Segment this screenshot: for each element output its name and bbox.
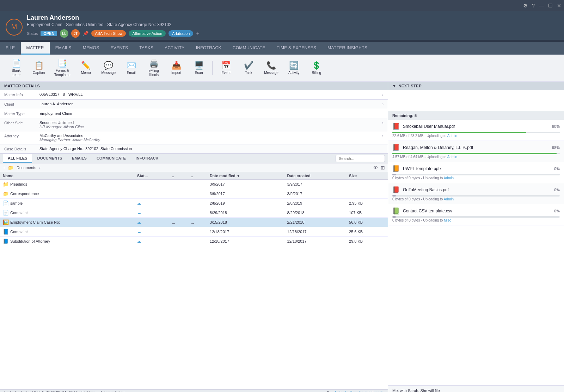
- table-row[interactable]: 🖼️ Employment Claim Case No: ☁ ... ... 3…: [0, 218, 388, 227]
- uploads-link[interactable]: Uploads, Downloads & Exports: [335, 391, 384, 392]
- nav-tab-infotrack[interactable]: INFOTRACK: [190, 42, 227, 55]
- table-row[interactable]: 📘 Complaint ☁ 12/18/2017 12/18/2017 25.6…: [0, 227, 388, 237]
- col-name[interactable]: Name: [0, 172, 134, 180]
- matter-info-arrow[interactable]: ›: [382, 92, 384, 97]
- col-stat[interactable]: Stat...: [134, 172, 169, 180]
- next-step-collapse-icon[interactable]: ▼: [392, 84, 396, 88]
- file-tab-emails[interactable]: EMAILS: [67, 154, 92, 163]
- table-row[interactable]: 📄 Complaint ☁ 8/29/2018 8/29/2018 107 KB: [0, 208, 388, 218]
- nav-tab-emails[interactable]: EMAILS: [50, 42, 77, 55]
- date-created-cell: 2/21/2018: [284, 218, 346, 227]
- attorney-sub: Managing Partner Adam McCarthy: [39, 138, 100, 142]
- matter-attorney-label: Attorney: [4, 133, 39, 138]
- table-row[interactable]: 📘 Substitution of Attorney ☁ 12/18/2017 …: [0, 237, 388, 246]
- c1-cell: [169, 227, 188, 237]
- nav-tab-tasks[interactable]: TASKS: [134, 42, 159, 55]
- date-created-cell: 12/18/2017: [284, 237, 346, 246]
- matter-info-value: 005VL0317 - 8 - WRV/LL: [39, 92, 382, 97]
- c1-cell: [169, 208, 188, 218]
- upload-dest-link[interactable]: Admin: [447, 134, 457, 138]
- upload-meta: 22.6 MB of 28.2 MB - Uploading to Admin: [392, 134, 560, 138]
- table-row[interactable]: 📁 Pleadings 3/9/2017 3/9/2017: [0, 180, 388, 189]
- file-tab-communicate[interactable]: COMMUNICATE: [92, 154, 131, 163]
- path-up-arrow[interactable]: ↑: [3, 165, 5, 170]
- add-tag-button[interactable]: +: [196, 30, 199, 37]
- scan-icon: 🖥️: [194, 61, 204, 70]
- date-created-cell: 12/18/2017: [284, 227, 346, 237]
- file-tab-all-files[interactable]: ALL FILES: [3, 154, 32, 163]
- file-path-bar: ↑ 📁 Documents › 👁 ⊞: [0, 163, 388, 172]
- stat-cell: ☁: [134, 199, 169, 208]
- main-area: MATTER DETAILS Matter Info 005VL0317 - 8…: [0, 82, 564, 392]
- upload-file-name: Smokeball User Manual.pdf: [403, 124, 545, 129]
- upload-item-header: 📕 GoToMeeting Basics.pdf 0%: [392, 186, 560, 194]
- table-row[interactable]: 📁 Correspondence 3/9/2017 3/9/2017: [0, 189, 388, 199]
- message-button[interactable]: 💬 Message: [98, 60, 119, 76]
- upload-item[interactable]: 📙 PWPT template.pptx 0% 0 bytes of 0 byt…: [388, 162, 564, 183]
- message2-button[interactable]: 📞 Message: [260, 60, 282, 76]
- forms-templates-button[interactable]: 📑 Forms &Templates: [51, 57, 74, 79]
- billing-button[interactable]: 💲 Billing: [306, 60, 327, 76]
- upload-dest-link[interactable]: Admin: [444, 176, 454, 180]
- upload-item[interactable]: 📗 Contact CSV template.csv 0% 0 bytes of…: [388, 204, 564, 225]
- upload-dest-link[interactable]: Admin: [444, 197, 454, 201]
- upload-item[interactable]: 📕 Smokeball User Manual.pdf 80% 22.6 MB …: [388, 120, 564, 141]
- upload-dest-link[interactable]: Admin: [447, 155, 457, 159]
- c2-cell: [188, 199, 207, 208]
- minimize-icon[interactable]: —: [539, 3, 544, 8]
- nav-tab-matter[interactable]: MATTER: [21, 42, 50, 55]
- tag-aba-tech-show[interactable]: ABA Tech Show: [91, 30, 126, 37]
- nav-tab-activity[interactable]: ACTIVITY: [159, 42, 190, 55]
- help-icon[interactable]: ?: [532, 3, 535, 8]
- memo-button[interactable]: ✏️ Memo: [75, 60, 97, 76]
- import-button[interactable]: 📥 Import: [166, 60, 187, 76]
- upload-dest-link[interactable]: Misc: [444, 218, 451, 222]
- file-search-input[interactable]: [336, 155, 385, 162]
- upload-item[interactable]: 📕 GoToMeeting Basics.pdf 0% 0 bytes of 0…: [388, 183, 564, 204]
- matter-client-arrow[interactable]: ›: [382, 102, 384, 107]
- tag-arbitration[interactable]: Arbitration: [168, 30, 193, 37]
- c2-cell: ...: [188, 218, 207, 227]
- date-modified-cell: 3/9/2017: [207, 180, 284, 189]
- matter-attorney-arrow[interactable]: ›: [382, 133, 384, 138]
- nav-tab-matter-insights[interactable]: MATTER INSIGHTS: [322, 42, 373, 55]
- task-button[interactable]: ✔️ Task: [238, 60, 259, 76]
- efiling-button[interactable]: 🖨️ eFilingIllinois: [143, 57, 164, 79]
- nav-tab-file[interactable]: FILE: [0, 42, 21, 55]
- email-button[interactable]: ✉️ Email: [121, 60, 142, 76]
- scan-button[interactable]: 🖥️ Scan: [188, 60, 209, 76]
- grid-icon[interactable]: ⊞: [381, 165, 385, 170]
- nav-tab-communicate[interactable]: COMMUNICATE: [227, 42, 271, 55]
- file-name-cell: 📘 Substitution of Attorney: [0, 237, 134, 246]
- view-toggle-icon[interactable]: 👁: [373, 165, 378, 170]
- tag-affirmative-action[interactable]: Affirmative Action: [129, 30, 166, 37]
- nav-tab-time-expenses[interactable]: TIME & EXPENSES: [271, 42, 322, 55]
- maximize-icon[interactable]: ☐: [548, 3, 553, 8]
- status-badge[interactable]: OPEN: [41, 31, 57, 36]
- matter-type-value: Employment Claim: [39, 111, 384, 116]
- col-date-created[interactable]: Date created: [284, 172, 346, 180]
- caption-button[interactable]: 📋 Caption: [28, 60, 49, 76]
- activity-button[interactable]: 🔄 Activity: [283, 60, 305, 76]
- event-button[interactable]: 📅 Event: [215, 60, 237, 76]
- matter-attorney-value: McCarthy and Associates Managing Partner…: [39, 133, 382, 142]
- col-size[interactable]: Size: [346, 172, 388, 180]
- upload-pdf-icon: 📕: [392, 186, 400, 194]
- file-tab-infotrack[interactable]: INFOTRACK: [131, 154, 164, 163]
- settings-icon[interactable]: ⚙: [523, 3, 528, 8]
- table-row[interactable]: 📄 sample ☁ 2/8/2019 2/8/2019 2.95 KB: [0, 199, 388, 208]
- upload-item-header: 📕 Smokeball User Manual.pdf 80%: [392, 123, 560, 130]
- pdf-row-icon: 📄: [3, 200, 9, 206]
- nav-tab-memos[interactable]: MEMOS: [77, 42, 105, 55]
- file-name-text: Substitution of Attorney: [10, 239, 50, 243]
- close-icon[interactable]: ✕: [557, 3, 561, 8]
- file-tab-documents[interactable]: DOCUMENTS: [32, 154, 67, 163]
- col-date-modified[interactable]: Date modified ▼: [207, 172, 284, 180]
- upload-pptx-icon: 📙: [392, 165, 400, 173]
- upload-item[interactable]: 📕 Reagan, Melton & Delaney, L.L.P..pdf 9…: [388, 141, 564, 162]
- blank-letter-button[interactable]: 📄 BlankLetter: [6, 57, 27, 79]
- matter-other-side-arrow[interactable]: ›: [382, 120, 384, 125]
- nav-tab-events[interactable]: EVENTS: [105, 42, 134, 55]
- file-tabs: ALL FILES DOCUMENTS EMAILS COMMUNICATE I…: [0, 154, 388, 163]
- matter-row-info: Matter Info 005VL0317 - 8 - WRV/LL ›: [0, 90, 388, 100]
